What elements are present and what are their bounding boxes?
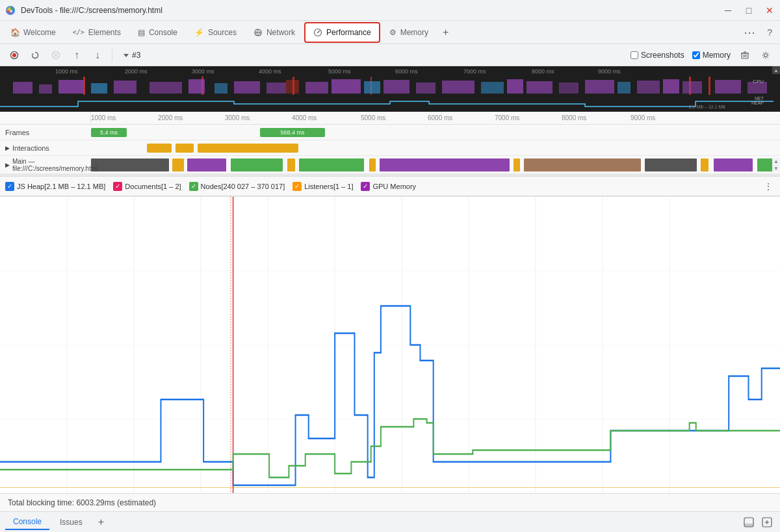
stop-button[interactable] — [47, 46, 65, 64]
tab-console[interactable]: ▤ Console — [130, 22, 185, 43]
svg-rect-46 — [526, 81, 552, 94]
legend-documents[interactable]: ✓ Documents[1 – 2] — [113, 182, 181, 191]
svg-rect-38 — [306, 82, 328, 94]
svg-marker-8 — [32, 53, 34, 55]
home-icon: 🏠 — [10, 28, 20, 37]
stop-icon — [51, 51, 60, 60]
settings-button[interactable] — [757, 46, 775, 64]
expand-icon[interactable] — [759, 514, 775, 530]
expand-main-icon: ▶ — [5, 162, 10, 168]
help-button[interactable]: ? — [762, 25, 777, 40]
close-button[interactable]: ✕ — [764, 5, 775, 16]
bottom-tab-console[interactable]: Console — [5, 514, 49, 530]
bottom-tab-issues[interactable]: Issues — [52, 515, 90, 529]
screenshots-checkbox[interactable]: Screenshots — [628, 51, 687, 60]
delete-button[interactable] — [736, 46, 754, 64]
maximize-button[interactable]: □ — [744, 5, 754, 16]
interactions-label[interactable]: ▶ Interactions — [0, 144, 91, 152]
svg-rect-41 — [384, 80, 410, 94]
main-bar-11 — [701, 158, 708, 171]
add-panel-button[interactable]: + — [93, 514, 109, 531]
status-text: Total blocking time: 6003.29ms (estimate… — [8, 498, 156, 507]
listeners-check: ✓ — [292, 182, 302, 191]
main-bar-4 — [287, 158, 295, 171]
trash-icon — [740, 51, 749, 60]
tick-3000: 3000 ms — [192, 68, 214, 75]
expand-interactions-icon: ▶ — [5, 145, 10, 151]
tick-8000: 8000 ms — [532, 68, 554, 75]
tab-performance-label: Performance — [326, 28, 371, 37]
checkmark-icon: ✓ — [7, 183, 12, 190]
download-button[interactable]: ↓ — [88, 46, 107, 64]
screenshots-check-input[interactable] — [630, 51, 638, 59]
main-thread-label[interactable]: ▶ Main — file:///C:/screens/memory.html — [0, 158, 91, 172]
memory-checkbox[interactable]: Memory — [690, 51, 733, 60]
minimize-button[interactable]: ─ — [723, 5, 733, 16]
add-tab-button[interactable]: + — [437, 24, 454, 41]
tab-sources[interactable]: ⚡ Sources — [187, 22, 244, 43]
detail-tick-3000: 3000 ms — [225, 114, 250, 121]
memory-check-input[interactable] — [692, 51, 700, 59]
main-bar-13 — [757, 158, 772, 171]
scroll-down-btn[interactable]: ▼ — [773, 165, 779, 172]
scroll-up[interactable]: ▲ — [772, 66, 780, 74]
tab-welcome[interactable]: 🏠 Welcome — [3, 22, 64, 43]
tick-4000: 4000 ms — [259, 68, 281, 75]
tick-2000: 2000 ms — [125, 68, 148, 75]
detail-ruler: 1000 ms 2000 ms 3000 ms 4000 ms 5000 ms … — [0, 112, 780, 125]
tab-elements[interactable]: </> Elements — [65, 22, 129, 43]
legend-js-heap[interactable]: ✓ JS Heap[2.1 MB – 12.1 MB] — [5, 182, 105, 191]
status-bar: Total blocking time: 6003.29ms (estimate… — [0, 493, 780, 511]
network-icon — [254, 28, 263, 37]
svg-rect-31 — [708, 77, 710, 95]
gpu-check: ✓ — [361, 182, 370, 191]
scroll-up-btn[interactable]: ▲ — [773, 158, 779, 165]
detail-tick-1000: 1000 ms — [91, 114, 116, 121]
performance-icon — [313, 28, 322, 37]
memory-tab-icon: ⚙ — [389, 28, 396, 37]
legend-listeners[interactable]: ✓ Listeners[1 – 1] — [292, 182, 353, 191]
detail-timeline: 1000 ms 2000 ms 3000 ms 4000 ms 5000 ms … — [0, 112, 780, 177]
tick-5000: 5000 ms — [328, 68, 351, 75]
svg-rect-45 — [507, 79, 523, 94]
session-number: #3 — [132, 51, 140, 60]
main-bar-1 — [172, 158, 184, 171]
frames-track: Frames 5.4 ms 568.4 ms — [0, 125, 780, 140]
legend-gpu-memory[interactable]: ✓ GPU Memory — [361, 182, 416, 191]
tab-sources-label: Sources — [208, 28, 237, 37]
memory-legend-bar: ✓ JS Heap[2.1 MB – 12.1 MB] ✓ Documents[… — [0, 177, 780, 196]
svg-rect-52 — [682, 81, 702, 94]
dock-icon[interactable] — [741, 514, 757, 530]
main-bar-7 — [380, 158, 510, 171]
interactions-content — [91, 140, 772, 155]
svg-rect-50 — [637, 81, 660, 94]
svg-rect-32 — [150, 82, 182, 94]
detail-tick-4000: 4000 ms — [292, 114, 317, 121]
tab-performance[interactable]: Performance — [304, 22, 380, 43]
tick-9000: 9000 ms — [598, 68, 621, 75]
upload-button[interactable]: ↑ — [68, 46, 86, 64]
reload-record-button[interactable] — [26, 46, 44, 64]
svg-rect-40 — [364, 81, 380, 94]
js-heap-check: ✓ — [5, 182, 14, 191]
tab-console-label: Console — [149, 28, 177, 37]
legend-more-button[interactable]: ⋮ — [762, 180, 775, 193]
ruler-ticks-area: 1000 ms 2000 ms 3000 ms 4000 ms 5000 ms … — [91, 112, 772, 124]
title-bar-controls: ─ □ ✕ — [723, 5, 775, 16]
main-bar-0 — [91, 158, 169, 171]
main-bar-10 — [645, 158, 697, 171]
tick-7000: 7000 ms — [463, 68, 486, 75]
main-thread-track: ▶ Main — file:///C:/screens/memory.html — [0, 156, 780, 174]
tab-memory[interactable]: ⚙ Memory — [382, 22, 436, 43]
svg-rect-21 — [13, 82, 32, 94]
net-heap-label: NET — [755, 96, 764, 101]
more-tabs-button[interactable]: ⋯ — [738, 23, 760, 42]
main-bar-2 — [187, 158, 226, 171]
toolbar-separator-1 — [112, 49, 112, 62]
elements-icon: </> — [73, 29, 84, 36]
legend-nodes[interactable]: ✓ Nodes[240 027 – 370 017] — [189, 182, 285, 191]
interactions-track: ▶ Interactions — [0, 140, 780, 156]
record-button[interactable] — [5, 46, 23, 64]
timeline-separator — [0, 174, 780, 177]
tab-network[interactable]: Network — [246, 22, 303, 43]
